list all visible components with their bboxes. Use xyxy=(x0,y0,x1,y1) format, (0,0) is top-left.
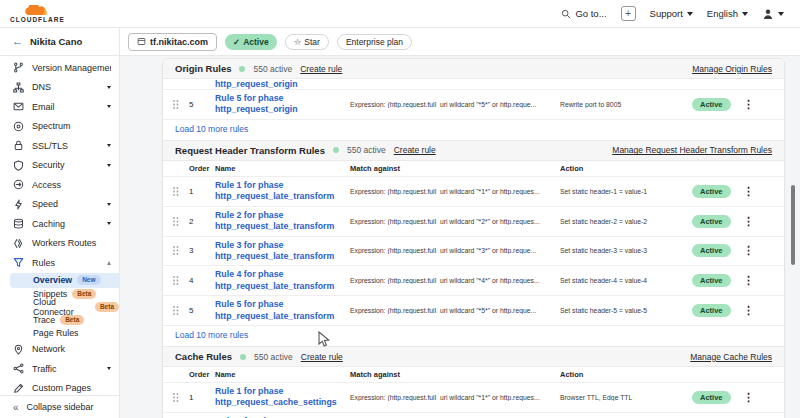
section-header-left: Cache Rules550 activeCreate rule xyxy=(175,351,343,362)
rule-name-link[interactable]: http_request_origin xyxy=(215,79,350,89)
section-title: Cache Rules xyxy=(175,351,232,362)
account-header[interactable]: ← Nikita Cano xyxy=(0,28,119,56)
rule-name-link[interactable]: Rule 1 for phasehttp_request_cache_setti… xyxy=(215,386,350,409)
chevron-down-icon xyxy=(107,105,111,108)
create-rule-link[interactable]: Create rule xyxy=(301,352,343,362)
kebab-menu-button[interactable]: ⋮ xyxy=(734,304,763,317)
sidebar-item-caching[interactable]: Caching xyxy=(0,214,119,234)
rule-match-expression: Expression: (http.request.full_uri wildc… xyxy=(350,247,560,254)
chevron-down-icon xyxy=(107,164,111,167)
column-header-action: Action xyxy=(560,370,692,379)
manage-rules-link[interactable]: Manage Cache Rules xyxy=(690,352,772,362)
account-name: Nikita Cano xyxy=(30,36,82,47)
collapse-sidebar-button[interactable]: « Collapse sidebar xyxy=(0,395,119,418)
main-area: tf.nikitac.com ✓ Active ☆ Star Enterpris… xyxy=(120,28,800,418)
rule-order: 1 xyxy=(189,187,215,196)
envelope-icon xyxy=(13,101,24,112)
rule-name-link[interactable]: Rule 2 for phasehttp_request_late_transf… xyxy=(215,210,350,233)
column-header-action: Action xyxy=(560,164,692,173)
check-icon: ✓ xyxy=(233,37,240,47)
chevron-down-icon xyxy=(778,12,784,16)
chevron-down-icon xyxy=(107,203,111,206)
user-menu[interactable] xyxy=(762,8,784,20)
rule-order: 4 xyxy=(189,276,215,285)
cloudflare-logo[interactable]: CLOUDFLARE xyxy=(10,5,65,24)
back-arrow-icon[interactable]: ← xyxy=(12,36,23,47)
sidebar-item-spectrum[interactable]: Spectrum xyxy=(0,117,119,137)
drag-handle[interactable] xyxy=(163,392,189,403)
sidebar-item-version-management[interactable]: Version Management xyxy=(0,58,119,78)
rule-name-line1: Rule 4 for phase xyxy=(215,269,350,280)
rule-name-link[interactable]: Rule 3 for phasehttp_request_late_transf… xyxy=(215,240,350,263)
sidebar-item-page-rules[interactable]: Page Rules xyxy=(0,327,119,340)
sidebar-item-label: SSL/TLS xyxy=(32,141,99,151)
language-menu[interactable]: English xyxy=(707,8,748,19)
cache-rules-section: Cache Rules550 activeCreate ruleManage C… xyxy=(163,346,784,418)
rule-name-link[interactable]: Rule 4 for phasehttp_request_late_transf… xyxy=(215,269,350,292)
sidebar-item-access[interactable]: Access xyxy=(0,175,119,195)
rule-name-line2: http_request_late_transform xyxy=(215,191,350,202)
status-badge: Active xyxy=(692,215,731,228)
table-row: 3Rule 3 for phasehttp_request_late_trans… xyxy=(163,236,784,266)
drag-handle[interactable] xyxy=(163,99,189,110)
kebab-menu-button[interactable]: ⋮ xyxy=(734,244,763,257)
status-badge-cell: Active xyxy=(692,185,734,198)
create-rule-link[interactable]: Create rule xyxy=(394,145,436,155)
sidebar-item-label: Email xyxy=(32,102,99,112)
sidebar-item-workers-routes[interactable]: Workers Routes xyxy=(0,234,119,254)
load-more-rules-link[interactable]: Load 10 more rules xyxy=(163,325,784,346)
kebab-menu-button[interactable]: ⋮ xyxy=(734,274,763,287)
rule-name-link[interactable]: Rule 1 for phasehttp_request_late_transf… xyxy=(215,180,350,203)
table-row: 5Rule 5 for phasehttp_request_originExpr… xyxy=(163,89,784,119)
top-bar: CLOUDFLARE Go to... + Support English xyxy=(0,0,800,28)
drag-handle[interactable] xyxy=(163,305,189,316)
traffic-icon xyxy=(13,363,24,374)
support-menu[interactable]: Support xyxy=(650,8,693,19)
table-row: 1Rule 1 for phasehttp_request_cache_sett… xyxy=(163,382,784,412)
chevron-down-icon xyxy=(742,12,748,16)
rule-name-line1: Rule 1 for phase xyxy=(215,180,350,191)
manage-rules-link[interactable]: Manage Request Header Transform Rules xyxy=(612,145,772,155)
drag-handle[interactable] xyxy=(163,275,189,286)
sidebar-item-security[interactable]: Security xyxy=(0,156,119,176)
active-status-dot xyxy=(239,66,245,72)
manage-rules-link[interactable]: Manage Origin Rules xyxy=(692,64,772,74)
rule-name-line1: Rule 2 for phase xyxy=(215,210,350,221)
column-header-match-against: Match against xyxy=(350,164,560,173)
drag-handle[interactable] xyxy=(163,245,189,256)
sidebar-item-traffic[interactable]: Traffic xyxy=(0,359,119,379)
sidebar-subitem-label: Cloud Connector xyxy=(33,297,90,317)
scrollbar-thumb[interactable] xyxy=(791,185,795,265)
drag-handle[interactable] xyxy=(163,186,189,197)
sidebar-item-custom-pages[interactable]: Custom Pages xyxy=(0,379,119,396)
zone-header: tf.nikitac.com ✓ Active ☆ Star Enterpris… xyxy=(120,28,800,56)
sidebar-item-network[interactable]: Network xyxy=(0,340,119,360)
sidebar-item-cloud-connector[interactable]: Cloud ConnectorBeta xyxy=(0,301,119,314)
chevron-down-icon xyxy=(687,12,693,16)
kebab-menu-button[interactable]: ⋮ xyxy=(734,215,763,228)
rule-action: Set static header-2 = value-2 xyxy=(560,218,692,225)
rule-name-link[interactable]: Rule 5 for phasehttp_request_origin xyxy=(215,93,350,116)
sidebar-item-label: Security xyxy=(32,160,99,170)
sidebar-item-email[interactable]: Email xyxy=(0,97,119,117)
sidebar-item-speed[interactable]: Speed xyxy=(0,195,119,215)
create-rule-link[interactable]: Create rule xyxy=(300,64,342,74)
drag-handle[interactable] xyxy=(163,216,189,227)
plan-badge: Enterprise plan xyxy=(337,34,412,50)
kebab-menu-button[interactable]: ⋮ xyxy=(734,391,763,404)
rule-action: Set static header-5 = value-5 xyxy=(560,307,692,314)
kebab-menu-button[interactable]: ⋮ xyxy=(734,98,763,111)
section-header: Origin Rules550 activeCreate ruleManage … xyxy=(163,59,784,79)
star-zone-button[interactable]: ☆ Star xyxy=(285,34,329,50)
sidebar-item-rules[interactable]: Rules xyxy=(0,253,119,273)
kebab-menu-button[interactable]: ⋮ xyxy=(734,185,763,198)
rule-name-link[interactable]: Rule 5 for phasehttp_request_late_transf… xyxy=(215,299,350,322)
domain-selector[interactable]: tf.nikitac.com xyxy=(128,33,217,51)
sidebar-item-dns[interactable]: DNS xyxy=(0,78,119,98)
rule-match-expression: Expression: (http.request.full_uri wildc… xyxy=(350,277,560,284)
load-more-rules-link[interactable]: Load 10 more rules xyxy=(163,119,784,140)
sidebar-item-overview[interactable]: OverviewNew xyxy=(10,273,119,288)
sidebar-item-ssl-tls[interactable]: SSL/TLS xyxy=(0,136,119,156)
goto-search[interactable]: Go to... xyxy=(561,8,606,19)
add-button[interactable]: + xyxy=(621,6,636,21)
